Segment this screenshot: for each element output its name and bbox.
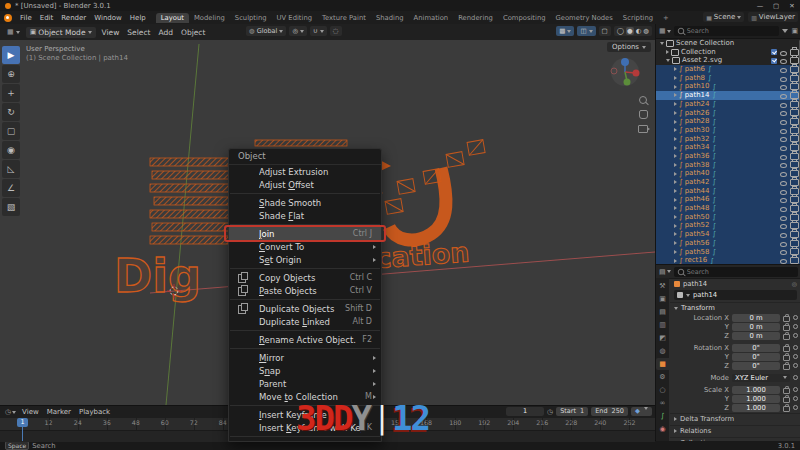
tab-sculpting[interactable]: Sculpting [230, 13, 272, 23]
visibility-eye-icon[interactable] [780, 231, 787, 238]
shading-modes[interactable]: ◯●◐◍ [614, 26, 652, 36]
visibility-eye-icon[interactable] [780, 49, 787, 56]
menu-item-adjust-offset[interactable]: Adjust Offset [229, 178, 381, 191]
editor-type-button[interactable]: ▦ [3, 27, 24, 37]
mode-dropdown[interactable]: ▣ Object Mode [26, 27, 96, 38]
tool-move[interactable]: + [2, 84, 20, 102]
visibility-eye-icon[interactable] [780, 66, 787, 73]
field-value-location-x[interactable]: 0 m [732, 314, 780, 322]
properties-tab-object[interactable]: ■ [656, 358, 669, 370]
zoom-icon[interactable] [639, 96, 647, 104]
shading-mode-icon-0[interactable]: ◯ [617, 27, 624, 35]
tool-select-box[interactable]: ▶ [2, 46, 20, 64]
transform-section-header[interactable]: Transform [670, 302, 800, 313]
menu-item-mirror[interactable]: Mirror [229, 351, 381, 364]
outliner-row-path14[interactable]: ∫path14∫ [656, 91, 800, 100]
visibility-eye-icon[interactable] [780, 222, 787, 229]
animate-dot-icon[interactable] [793, 405, 798, 410]
menu-render[interactable]: Render [57, 14, 90, 22]
lock-icon[interactable] [783, 355, 790, 361]
snap-toggle[interactable]: ∪ [310, 26, 327, 36]
collapse-arrow-icon[interactable] [674, 215, 677, 219]
timeline-menu-playback[interactable]: Playback [75, 408, 114, 416]
menu-edit[interactable]: Edit [36, 14, 58, 22]
animate-dot-icon[interactable] [793, 375, 798, 380]
menu-item-rename-active-object[interactable]: Rename Active Object...F2 [229, 333, 381, 346]
collapse-arrow-icon[interactable] [674, 224, 677, 228]
tab-texture-paint[interactable]: Texture Paint [317, 13, 371, 23]
collapse-arrow-icon[interactable] [674, 232, 677, 236]
menu-item-shade-smooth[interactable]: Shade Smooth [229, 196, 381, 209]
scene-selector[interactable]: ▦ Scene [703, 12, 744, 22]
viewport-menu-view[interactable]: View [98, 28, 124, 37]
visibility-eye-icon[interactable] [780, 248, 787, 255]
lock-icon[interactable] [783, 316, 790, 322]
shading-mode-icon-2[interactable]: ◐ [636, 27, 642, 35]
checkbox-icon[interactable] [771, 58, 777, 64]
overlays-dropdown[interactable]: ◫ [577, 26, 595, 36]
outliner-row-path36[interactable]: ∫path36∫ [656, 152, 800, 161]
outliner-row-path42[interactable]: ∫path42∫ [656, 178, 800, 187]
properties-search-input[interactable] [687, 268, 795, 276]
menu-help[interactable]: Help [126, 14, 150, 22]
field-value-rotation-x[interactable]: 0° [732, 344, 780, 352]
properties-tab-constraints[interactable]: ∞ [656, 397, 669, 409]
menu-item-shade-flat[interactable]: Shade Flat [229, 209, 381, 222]
tab-layout[interactable]: Layout [156, 13, 189, 23]
options-button[interactable]: Options [607, 42, 651, 52]
minimize-button[interactable]: — [752, 2, 768, 10]
visibility-eye-icon[interactable] [780, 75, 787, 82]
outliner-search-input[interactable] [687, 27, 777, 35]
outliner-row-scene-collection[interactable]: Scene Collection [656, 39, 800, 48]
frame-end-field[interactable]: End 250 [591, 407, 628, 416]
outliner-editor-button[interactable]: ▦ [659, 27, 671, 35]
collapse-arrow-icon[interactable] [674, 180, 677, 184]
properties-tab-tool[interactable]: ⚒ [656, 280, 669, 292]
collapse-arrow-icon[interactable] [674, 163, 677, 167]
outliner-row-path54[interactable]: ∫path54∫ [656, 230, 800, 239]
keying-set-button[interactable]: ◆ [631, 407, 652, 416]
properties-tab-modifiers[interactable]: ⚙ [656, 371, 669, 383]
menu-item-duplicate-linked[interactable]: Duplicate LinkedAlt D [229, 315, 381, 328]
collapse-arrow-icon[interactable] [674, 172, 677, 176]
field-value-scale-x[interactable]: 1.000 [732, 386, 780, 394]
outliner-row-path34[interactable]: ∫path34∫ [656, 143, 800, 152]
field-value-y[interactable]: 0° [732, 353, 780, 361]
outliner-row-path44[interactable]: ∫path44∫ [656, 187, 800, 196]
visibility-eye-icon[interactable] [780, 179, 787, 186]
section-relations[interactable]: Relations [670, 425, 800, 436]
outliner-row-path30[interactable]: ∫path30∫ [656, 126, 800, 135]
field-value-z[interactable]: 0 m [732, 332, 780, 340]
section-delta-transform[interactable]: Delta Transform [670, 413, 800, 424]
frame-start-field[interactable]: Start 1 [556, 407, 588, 416]
collapse-arrow-icon[interactable] [674, 85, 677, 89]
filter-funnel-icon[interactable] [782, 29, 788, 33]
outliner-row-path8[interactable]: ∫path8∫ [656, 74, 800, 83]
outliner-search[interactable] [674, 26, 780, 36]
collapse-arrow-icon[interactable] [674, 128, 677, 132]
menu-item-parent[interactable]: Parent [229, 377, 381, 390]
visibility-eye-icon[interactable] [780, 240, 787, 247]
collapse-arrow-icon[interactable] [674, 102, 677, 106]
properties-tab-output[interactable]: ▤ [656, 306, 669, 318]
collapse-arrow-icon[interactable] [674, 146, 677, 150]
close-button[interactable]: ✕ [784, 2, 800, 10]
menu-item-convert-to[interactable]: Convert To [229, 240, 381, 253]
lock-icon[interactable] [783, 388, 790, 394]
animate-dot-icon[interactable] [793, 345, 798, 350]
tool-cursor[interactable]: ⊕ [2, 65, 20, 83]
visibility-eye-icon[interactable] [780, 170, 787, 177]
collapse-arrow-icon[interactable] [674, 93, 677, 97]
menu-item-copy-objects[interactable]: Copy ObjectsCtrl C [229, 271, 381, 284]
tab-animation[interactable]: Animation [409, 13, 454, 23]
xray-toggle[interactable]: ▢ [599, 26, 611, 36]
gizmo-dropdown[interactable]: ▩ [556, 26, 574, 36]
outliner-row-path38[interactable]: ∫path38∫ [656, 161, 800, 170]
animate-dot-icon[interactable] [793, 396, 798, 401]
animate-dot-icon[interactable] [793, 354, 798, 359]
outliner-row-path58[interactable]: ∫path58∫ [656, 248, 800, 257]
outliner-row-path40[interactable]: ∫path40∫ [656, 169, 800, 178]
visibility-eye-icon[interactable] [780, 135, 787, 142]
visibility-eye-icon[interactable] [780, 92, 787, 99]
animate-dot-icon[interactable] [793, 363, 798, 368]
